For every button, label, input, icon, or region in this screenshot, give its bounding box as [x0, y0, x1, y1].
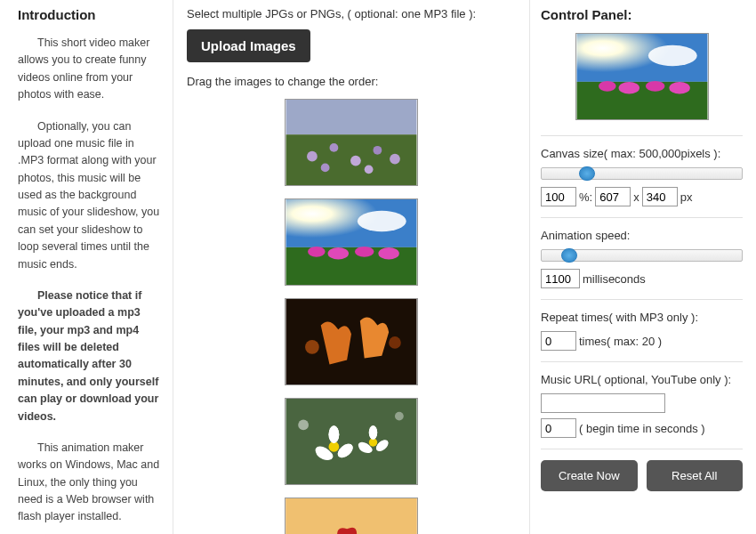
- thumbnail-item[interactable]: [285, 198, 418, 286]
- repeat-times-group: Repeat times( with MP3 only ): times( ma…: [541, 311, 743, 351]
- divider: [541, 217, 743, 218]
- music-url-group: Music URL( optional, YouTube only ): ( b…: [541, 373, 743, 438]
- intro-paragraph: Optionally, you can upload one music fil…: [18, 118, 162, 273]
- begin-unit: ( begin time in seconds ): [579, 422, 705, 435]
- svg-point-44: [669, 82, 690, 94]
- svg-point-13: [328, 247, 350, 260]
- divider: [541, 361, 743, 362]
- svg-point-12: [308, 247, 326, 257]
- upload-column: Select multiple JPGs or PNGs, ( optional…: [173, 0, 529, 534]
- upload-images-button[interactable]: Upload Images: [187, 29, 310, 62]
- svg-point-6: [390, 154, 400, 165]
- x-separator: x: [633, 190, 639, 204]
- canvas-size-label: Canvas size( max: 500,000pixels ):: [541, 147, 743, 160]
- animation-speed-slider[interactable]: [541, 249, 743, 262]
- percent-unit: %:: [579, 190, 592, 204]
- canvas-height-input[interactable]: [642, 187, 678, 206]
- canvas-size-slider[interactable]: [541, 167, 743, 180]
- svg-point-10: [358, 211, 406, 232]
- drag-instruction: Drag the images to change the order:: [187, 75, 516, 88]
- svg-point-15: [378, 247, 399, 260]
- svg-rect-0: [286, 100, 417, 134]
- svg-point-2: [307, 151, 318, 162]
- svg-point-26: [329, 425, 340, 443]
- thumbnail-item[interactable]: [285, 498, 418, 534]
- thumbnail-item[interactable]: [285, 298, 418, 385]
- control-panel-column: Control Panel: Canvas size( max: 500,000…: [529, 0, 756, 534]
- svg-point-39: [647, 45, 696, 67]
- upload-instruction: Select multiple JPGs or PNGs, ( optional…: [187, 7, 516, 20]
- divider: [541, 135, 743, 136]
- slider-handle[interactable]: [561, 248, 577, 263]
- svg-point-7: [321, 164, 330, 173]
- svg-rect-19: [286, 399, 417, 484]
- canvas-width-input[interactable]: [595, 187, 631, 206]
- music-url-label: Music URL( optional, YouTube only ):: [541, 373, 743, 386]
- svg-point-14: [355, 247, 374, 257]
- repeat-unit: times( max: 20 ): [579, 335, 662, 348]
- repeat-times-input[interactable]: [541, 331, 576, 351]
- svg-point-4: [350, 156, 361, 166]
- canvas-size-group: Canvas size( max: 500,000pixels ): %: x …: [541, 147, 743, 206]
- thumbnail-item[interactable]: [285, 398, 418, 485]
- svg-point-5: [373, 146, 382, 155]
- repeat-times-label: Repeat times( with MP3 only ):: [541, 311, 743, 324]
- svg-point-18: [389, 336, 401, 349]
- ms-unit: milliseconds: [583, 272, 646, 286]
- intro-paragraph-warning: Please notice that if you've uploaded a …: [18, 287, 162, 425]
- svg-point-33: [369, 425, 377, 440]
- divider: [541, 299, 743, 300]
- svg-point-42: [618, 82, 639, 94]
- svg-point-3: [330, 143, 339, 152]
- animation-speed-input[interactable]: [541, 269, 580, 288]
- animation-speed-label: Animation speed:: [541, 229, 743, 242]
- music-begin-input[interactable]: [541, 418, 576, 438]
- reset-all-button[interactable]: Reset All: [647, 460, 744, 491]
- svg-point-17: [305, 340, 319, 354]
- intro-paragraph: This animation maker works on Windows, M…: [18, 440, 162, 526]
- create-now-button[interactable]: Create Now: [541, 460, 638, 491]
- svg-point-8: [365, 165, 374, 174]
- px-unit: px: [680, 190, 693, 204]
- svg-point-43: [645, 81, 664, 92]
- animation-speed-group: Animation speed: milliseconds: [541, 229, 743, 288]
- svg-point-41: [599, 81, 616, 92]
- svg-point-21: [395, 412, 404, 421]
- thumbnail-item[interactable]: [285, 99, 418, 186]
- intro-paragraph: This short video maker allows you to cre…: [18, 35, 162, 104]
- divider: [541, 449, 743, 449]
- music-url-input[interactable]: [541, 393, 665, 413]
- thumbnail-list: [187, 99, 516, 534]
- canvas-percent-input[interactable]: [541, 187, 576, 206]
- slider-handle[interactable]: [579, 166, 595, 181]
- control-panel-heading: Control Panel:: [541, 7, 743, 22]
- preview-image: [575, 33, 709, 120]
- intro-column: Introduction This short video maker allo…: [0, 0, 173, 534]
- svg-point-20: [298, 420, 309, 431]
- intro-heading: Introduction: [18, 7, 162, 22]
